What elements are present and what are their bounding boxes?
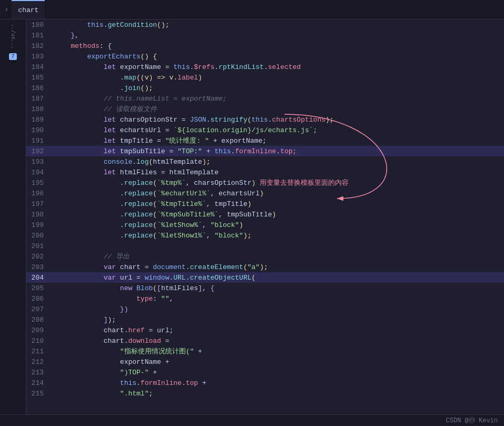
line-number: 212 [26, 356, 50, 367]
token: : [153, 295, 161, 303]
table-row: 185 .map((v) => v.label) [26, 72, 504, 83]
table-row: 211 "指标使用情况统计图(" + [26, 346, 504, 356]
line-content: let tmpTitle = "统计维度: " + exportName; [50, 135, 504, 146]
token: echartsUrl = [116, 126, 173, 134]
line-number: 214 [26, 378, 50, 388]
line-content: // 读取模板文件 [50, 104, 504, 114]
table-row: 207 }) [26, 304, 504, 314]
token: window [145, 274, 170, 282]
token: replace [124, 190, 153, 197]
code-table: 180 this.getCondition();181 },182 method… [26, 19, 504, 399]
token: . [132, 158, 136, 166]
line-content: ".html"; [50, 388, 504, 399]
tab-chart[interactable]: chart [12, 0, 45, 19]
line-content: let exportName = this.$refs.rptKindList.… [50, 62, 504, 72]
token: "" [161, 295, 170, 303]
token: ( [248, 116, 252, 124]
token: ; [165, 21, 170, 29]
token: . [276, 147, 280, 155]
token: ); [325, 116, 334, 124]
token: join [124, 84, 141, 92]
token: exportName + [120, 358, 170, 366]
token: ) [198, 74, 202, 82]
token: ( [252, 274, 256, 282]
code-editor[interactable]: 180 this.getCondition();181 },182 method… [26, 19, 504, 414]
token: ); [107, 316, 116, 324]
token: . [182, 379, 186, 387]
line-content: let htmlFiles = htmlTemplate [50, 167, 504, 177]
table-row: 181 }, [26, 30, 504, 41]
token: ( [153, 284, 157, 292]
token: stringify [211, 116, 248, 124]
line-number: 200 [26, 230, 50, 241]
token: ); [243, 232, 252, 240]
line-content: console.log(htmlTemplate); [50, 156, 504, 167]
chevron-icon: › [4, 5, 8, 14]
token [54, 232, 120, 240]
line-content: var chart = document.createElement("a"); [50, 262, 504, 272]
table-row: 187 // this.nameList = exportName; [26, 93, 504, 104]
line-content [50, 241, 504, 251]
token: ( [243, 263, 248, 271]
token: htmlFiles = htmlTemplate [116, 169, 219, 176]
table-row: 194 let htmlFiles = htmlTemplate [26, 167, 504, 177]
token: href [128, 326, 144, 334]
token: replace [124, 211, 153, 219]
token [54, 147, 104, 155]
line-content: chart.href = url; [50, 325, 504, 335]
table-row: 193 console.log(htmlTemplate); [26, 156, 504, 167]
token [54, 316, 104, 324]
token: . [206, 116, 211, 124]
token: . [120, 211, 124, 219]
token [54, 348, 120, 355]
token: let [104, 116, 116, 124]
line-content: var url = window.URL.createObjectURL( [50, 272, 504, 283]
line-number: 185 [26, 72, 50, 83]
token [54, 21, 87, 29]
token: map [124, 74, 136, 82]
table-row: 180 this.getCondition(); [26, 19, 504, 30]
token: console [104, 158, 133, 166]
line-number: 187 [26, 93, 50, 104]
token [54, 126, 104, 134]
token [54, 84, 120, 92]
line-content: let charsOptionStr = JSON.stringify(this… [50, 114, 504, 125]
token: url = [116, 274, 145, 282]
token: "block" [214, 232, 243, 240]
line-content: .replace(`%tmpSubTitle%`, tmpSubTitle) [50, 209, 504, 220]
token: , [206, 232, 215, 240]
token: createObjectURL [190, 274, 251, 282]
token: ( [153, 211, 157, 219]
token: "指标使用情况统计图(" [120, 348, 194, 355]
table-row: 192 let tmpSubTitle = "TOP:" + this.form… [26, 146, 504, 156]
table-row: 186 .join(); [26, 83, 504, 93]
token: var [104, 263, 116, 271]
token: ) [248, 200, 252, 208]
token [54, 95, 104, 103]
line-number: 209 [26, 325, 50, 335]
token: rptKindList [219, 63, 264, 71]
token: `%letShow%` [157, 221, 202, 229]
token: $refs [194, 63, 214, 71]
token: ( [153, 200, 157, 208]
token: htmlTemplate [153, 158, 202, 166]
token [54, 390, 120, 398]
table-row: 191 let tmpTitle = "统计维度: " + exportName… [26, 135, 504, 146]
token: . [120, 190, 124, 197]
token: (v) => v. [141, 74, 177, 82]
token: createElement [190, 263, 243, 271]
table-row: 212 exportName + [26, 356, 504, 367]
token: exportName = [116, 63, 173, 71]
token: "统计维度: " [165, 137, 209, 145]
token [132, 284, 136, 292]
table-row: 203 var chart = document.createElement("… [26, 262, 504, 272]
line-number: 210 [26, 335, 50, 346]
line-content: ")TOP-" + [50, 367, 504, 378]
table-row: 189 let charsOptionStr = JSON.stringify(… [26, 114, 504, 125]
table-row: 209 chart.href = url; [26, 325, 504, 335]
token: let [104, 169, 116, 176]
token: ) [239, 221, 243, 229]
line-number: 204 [26, 272, 50, 283]
line-number: 193 [26, 156, 50, 167]
token: . [120, 221, 124, 229]
